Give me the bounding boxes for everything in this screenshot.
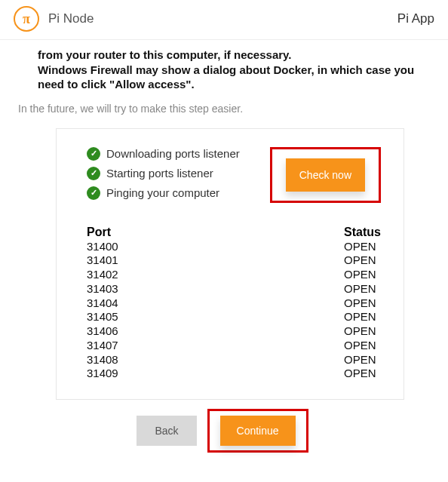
instruction-line-2: Windows Firewall may show a dialog about…	[38, 63, 414, 91]
status-value: OPEN	[344, 367, 381, 381]
status-value: OPEN	[344, 353, 381, 367]
spacer	[18, 453, 427, 480]
top-bar: π Pi Node Pi App	[0, 0, 448, 40]
check-icon	[87, 147, 100, 161]
check-icon	[87, 167, 100, 180]
port-table: Port 31400 31401 31402 31403 31404 31405…	[87, 226, 381, 382]
port-value: 31403	[87, 282, 118, 296]
status-value: OPEN	[344, 282, 381, 296]
status-value: OPEN	[344, 339, 381, 353]
status-column: Status OPEN OPEN OPEN OPEN OPEN OPEN OPE…	[344, 226, 381, 382]
check-icon	[87, 186, 100, 200]
status-value: OPEN	[344, 310, 381, 324]
note-text: In the future, we will try to make this …	[18, 103, 427, 115]
check-item: Downloading ports listener	[87, 147, 240, 161]
port-value: 31401	[87, 253, 118, 268]
pi-logo-icon: π	[14, 6, 39, 32]
port-value: 31404	[87, 296, 118, 311]
continue-button[interactable]: Continue	[220, 416, 296, 446]
brand: π Pi Node	[14, 6, 94, 32]
back-button[interactable]: Back	[137, 416, 196, 446]
status-value: OPEN	[344, 268, 381, 282]
checks-list: Downloading ports listener Starting port…	[87, 147, 240, 200]
check-label: Starting ports listener	[106, 167, 213, 180]
check-item: Starting ports listener	[87, 167, 240, 180]
port-value: 31400	[87, 240, 118, 254]
check-now-button[interactable]: Check now	[286, 158, 365, 192]
check-label: Pinging your computer	[106, 186, 219, 199]
status-value: OPEN	[344, 324, 381, 339]
status-value: OPEN	[344, 240, 381, 254]
port-value: 31408	[87, 353, 118, 367]
port-value: 31407	[87, 339, 118, 353]
instruction-text: from your router to this computer, if ne…	[18, 48, 427, 92]
port-value: 31406	[87, 324, 118, 339]
footer-buttons: Back Continue	[18, 409, 427, 453]
status-value: OPEN	[344, 296, 381, 311]
status-header: Status	[344, 226, 381, 239]
instruction-line-1: from your router to this computer, if ne…	[38, 48, 291, 61]
check-now-highlight: Check now	[270, 147, 381, 203]
port-value: 31409	[87, 367, 118, 381]
port-value: 31405	[87, 310, 118, 324]
main-scroll[interactable]: from your router to this computer, if ne…	[0, 40, 448, 480]
check-label: Downloading ports listener	[106, 147, 240, 160]
pi-app-link[interactable]: Pi App	[397, 11, 434, 26]
continue-highlight: Continue	[207, 409, 308, 453]
port-header: Port	[87, 226, 118, 239]
check-item: Pinging your computer	[87, 186, 240, 200]
status-card: Downloading ports listener Starting port…	[56, 128, 404, 401]
brand-title: Pi Node	[48, 11, 94, 26]
status-value: OPEN	[344, 253, 381, 268]
content: from your router to this computer, if ne…	[0, 40, 445, 480]
port-value: 31402	[87, 268, 118, 282]
port-column: Port 31400 31401 31402 31403 31404 31405…	[87, 226, 118, 382]
